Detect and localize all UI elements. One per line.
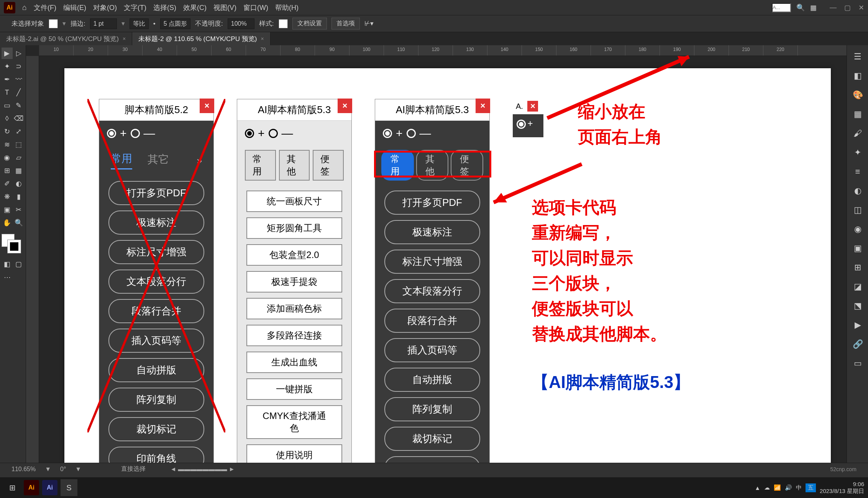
pathfinder-icon[interactable]: ◪ bbox=[849, 278, 866, 295]
script-button[interactable]: 标注尺寸增强 bbox=[384, 250, 480, 274]
prefs-button[interactable]: 首选项 bbox=[331, 18, 360, 30]
maximize-icon[interactable]: ▢ bbox=[844, 3, 851, 12]
fill-stroke-swatches[interactable] bbox=[2, 234, 21, 253]
tab-common[interactable]: 常用 bbox=[245, 150, 276, 181]
close-icon[interactable]: × bbox=[527, 101, 538, 112]
home-icon[interactable]: ⌂ bbox=[22, 3, 27, 12]
brush-select[interactable]: 5 点圆形 bbox=[160, 18, 190, 29]
opacity-input[interactable] bbox=[228, 18, 254, 29]
width-tool[interactable]: ≋ bbox=[2, 139, 13, 150]
mesh-tool[interactable]: ⊞ bbox=[2, 165, 13, 176]
script-button[interactable]: CMYK查找潘通色 bbox=[246, 405, 342, 439]
eyedropper-tool[interactable]: ✐ bbox=[2, 178, 13, 189]
close-icon[interactable]: × bbox=[338, 99, 352, 113]
radio-icon[interactable] bbox=[269, 129, 278, 138]
zoom-level[interactable]: 110.65% bbox=[11, 466, 36, 473]
type-tool[interactable]: T bbox=[2, 87, 13, 98]
uniform-select[interactable]: 等比 bbox=[130, 18, 149, 29]
pen-tool[interactable]: ✒ bbox=[2, 74, 13, 85]
close-icon[interactable]: × bbox=[123, 36, 126, 42]
graph-tool[interactable]: ▮ bbox=[13, 191, 25, 202]
script-button[interactable]: 裁切标记 bbox=[108, 417, 204, 441]
script-button[interactable]: 段落行合并 bbox=[108, 299, 204, 323]
tab-common[interactable]: 常用 bbox=[381, 150, 414, 181]
script-button[interactable]: 文本段落分行 bbox=[384, 279, 480, 303]
script-button[interactable]: 极速手提袋 bbox=[246, 271, 342, 293]
align-icon[interactable]: ⊬▾ bbox=[364, 20, 374, 28]
tab-other[interactable]: 其他 bbox=[416, 150, 449, 181]
radio-icon[interactable] bbox=[407, 129, 416, 138]
script-button[interactable]: 统一画板尺寸 bbox=[246, 191, 342, 212]
tab-other[interactable]: 其他 bbox=[279, 150, 310, 181]
app-ai-icon[interactable]: Ai bbox=[24, 480, 39, 495]
doc-tab-2[interactable]: 未标题-2 @ 110.65 % (CMYK/CPU 预览) × bbox=[132, 32, 270, 46]
clock[interactable]: 9:06 2023/8/13 星期日 bbox=[820, 481, 864, 495]
ime-icon[interactable]: 中 bbox=[796, 484, 802, 491]
start-icon[interactable]: ⊞ bbox=[4, 479, 21, 496]
shape-builder-tool[interactable]: ◉ bbox=[2, 152, 13, 163]
script-button[interactable]: 自动拼版 bbox=[384, 368, 480, 392]
tray-icon[interactable]: ▲ bbox=[755, 485, 760, 491]
align-icon[interactable]: ⊞ bbox=[849, 259, 866, 276]
script-button[interactable]: 插入页码等 bbox=[108, 329, 204, 353]
minimize-icon[interactable]: — bbox=[830, 3, 837, 12]
artboard-tool[interactable]: ▣ bbox=[2, 204, 13, 215]
menu-window[interactable]: 窗口(W) bbox=[243, 3, 268, 12]
symbols-icon[interactable]: ✦ bbox=[849, 144, 866, 161]
symbol-sprayer-tool[interactable]: ❋ bbox=[2, 191, 13, 202]
menu-view[interactable]: 视图(V) bbox=[213, 3, 236, 12]
shaper-tool[interactable]: ◊ bbox=[2, 113, 13, 124]
transparency-icon[interactable]: ◫ bbox=[849, 202, 866, 219]
appearance-icon[interactable]: ◉ bbox=[849, 221, 866, 238]
doc-setup-button[interactable]: 文档设置 bbox=[292, 18, 327, 30]
gradient-tool[interactable]: ▦ bbox=[13, 165, 25, 176]
graphic-styles-icon[interactable]: ▣ bbox=[849, 240, 866, 257]
doc-tab-1[interactable]: 未标题-2.ai @ 50 % (CMYK/CPU 预览) × bbox=[0, 32, 132, 46]
rotate-tool[interactable]: ↻ bbox=[2, 126, 13, 137]
artboards-icon[interactable]: ▭ bbox=[849, 355, 866, 372]
blend-tool[interactable]: ◐ bbox=[13, 178, 25, 189]
edit-toolbar-icon[interactable]: ⋯ bbox=[2, 271, 13, 283]
script-button[interactable]: 多段路径连接 bbox=[246, 325, 342, 346]
radio-icon[interactable] bbox=[107, 129, 116, 138]
script-button[interactable]: 阵列复制 bbox=[384, 397, 480, 421]
properties-icon[interactable]: ☰ bbox=[849, 48, 866, 65]
close-icon[interactable]: × bbox=[200, 99, 214, 113]
ime-icon[interactable]: 五 bbox=[806, 483, 816, 492]
line-tool[interactable]: ╱ bbox=[13, 87, 25, 98]
stroke-weight-input[interactable] bbox=[90, 18, 117, 29]
color-mode-icon[interactable]: ◧ bbox=[2, 258, 13, 270]
tab-common[interactable]: 常用 bbox=[111, 151, 132, 169]
actions-icon[interactable]: ▶ bbox=[849, 317, 866, 334]
close-icon[interactable]: ✕ bbox=[858, 3, 864, 12]
script-button[interactable]: 插入页码等 bbox=[384, 338, 480, 362]
chevron-right-icon[interactable]: » bbox=[197, 155, 202, 166]
script-button[interactable]: 生成出血线 bbox=[246, 352, 342, 373]
radio-icon[interactable] bbox=[383, 129, 392, 138]
tab-other[interactable]: 其它 bbox=[148, 152, 169, 169]
script-button[interactable]: 自动拼版 bbox=[108, 358, 204, 382]
script-button[interactable]: 包装盒型2.0 bbox=[246, 244, 342, 266]
tray-icon[interactable]: 🔊 bbox=[785, 484, 792, 491]
tab-notes[interactable]: 便签 bbox=[451, 150, 483, 181]
links-icon[interactable]: 🔗 bbox=[849, 336, 866, 353]
tab-notes[interactable]: 便签 bbox=[313, 150, 344, 181]
search-input[interactable] bbox=[772, 3, 791, 12]
layers-icon[interactable]: ◧ bbox=[849, 67, 866, 84]
eraser-tool[interactable]: ⌫ bbox=[13, 113, 25, 124]
swatches-icon[interactable]: ▦ bbox=[849, 106, 866, 123]
perspective-tool[interactable]: ▱ bbox=[13, 152, 25, 163]
script-button[interactable]: 标注尺寸增强 bbox=[108, 240, 204, 264]
brush-tool[interactable]: ✎ bbox=[13, 100, 25, 111]
fill-swatch[interactable] bbox=[49, 19, 58, 28]
workspace-icon[interactable]: ▦ bbox=[810, 3, 817, 12]
transform-icon[interactable]: ⬔ bbox=[849, 297, 866, 314]
menu-effect[interactable]: 效果(C) bbox=[183, 3, 207, 12]
tray-icon[interactable]: ☁ bbox=[764, 484, 770, 491]
hand-tool[interactable]: ✋ bbox=[2, 217, 13, 228]
magic-wand-tool[interactable]: ✦ bbox=[2, 61, 13, 72]
radio-icon[interactable] bbox=[131, 129, 140, 138]
menu-file[interactable]: 文件(F) bbox=[34, 3, 56, 12]
script-button[interactable]: 打开多页PDF bbox=[384, 191, 480, 215]
script-button[interactable]: 极速标注 bbox=[384, 220, 480, 244]
